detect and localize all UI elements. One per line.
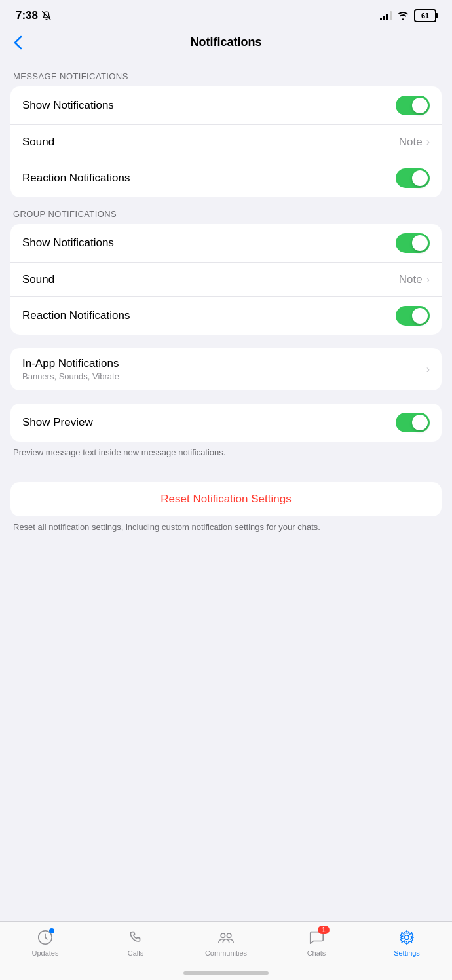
message-notifications-section: MESSAGE NOTIFICATIONS Show Notifications… bbox=[0, 60, 452, 197]
chevron-icon: › bbox=[426, 136, 430, 148]
toggle-thumb bbox=[412, 415, 428, 430]
show-preview-footer: Preview message text inside new message … bbox=[0, 442, 452, 469]
grp-sound-right: Note › bbox=[399, 273, 430, 286]
inapp-notifications-section: In-App Notifications Banners, Sounds, Vi… bbox=[0, 348, 452, 390]
nav-header: Notifications bbox=[0, 28, 452, 60]
battery-icon: 61 bbox=[414, 9, 436, 22]
grp-reaction-label: Reaction Notifications bbox=[22, 309, 130, 322]
updates-dot bbox=[49, 928, 54, 933]
msg-sound-row[interactable]: Sound Note › bbox=[10, 124, 442, 159]
toggle-thumb bbox=[412, 235, 428, 251]
toggle-thumb bbox=[412, 308, 428, 324]
status-icons: 61 bbox=[380, 9, 436, 22]
grp-reaction-toggle[interactable] bbox=[396, 306, 430, 326]
page-title: Notifications bbox=[190, 35, 261, 49]
inapp-row-content: In-App Notifications Banners, Sounds, Vi… bbox=[22, 357, 426, 381]
status-time: 7:38 bbox=[16, 9, 51, 22]
grp-show-notifications-label: Show Notifications bbox=[22, 236, 114, 250]
home-indicator bbox=[183, 971, 269, 975]
silent-icon bbox=[42, 11, 51, 20]
back-button[interactable] bbox=[13, 35, 22, 50]
msg-sound-right: Note › bbox=[399, 136, 430, 149]
reset-card: Reset Notification Settings bbox=[10, 482, 442, 516]
tab-updates[interactable]: Updates bbox=[0, 928, 90, 957]
reset-section: Reset Notification Settings Reset all no… bbox=[0, 482, 452, 544]
msg-reaction-toggle[interactable] bbox=[396, 168, 430, 188]
chevron-icon: › bbox=[426, 274, 430, 286]
tab-chats-icon: 1 bbox=[307, 928, 326, 947]
status-bar: 7:38 61 bbox=[0, 0, 452, 28]
group-notifications-label: GROUP NOTIFICATIONS bbox=[0, 197, 452, 224]
msg-sound-value: Note bbox=[399, 136, 423, 149]
group-notifications-section: GROUP NOTIFICATIONS Show Notifications S… bbox=[0, 197, 452, 335]
signal-icon bbox=[380, 11, 392, 20]
tab-communities-label: Communities bbox=[205, 949, 247, 957]
tab-settings[interactable]: Settings bbox=[362, 928, 452, 957]
message-notifications-label: MESSAGE NOTIFICATIONS bbox=[0, 60, 452, 86]
inapp-notifications-row[interactable]: In-App Notifications Banners, Sounds, Vi… bbox=[10, 348, 442, 390]
svg-point-3 bbox=[227, 933, 231, 938]
tab-updates-label: Updates bbox=[32, 949, 59, 957]
svg-point-2 bbox=[221, 933, 225, 938]
msg-sound-label: Sound bbox=[22, 136, 54, 149]
tab-calls-label: Calls bbox=[128, 949, 143, 957]
grp-sound-value: Note bbox=[399, 273, 423, 286]
grp-show-notifications-row[interactable]: Show Notifications bbox=[10, 224, 442, 262]
grp-show-notifications-toggle[interactable] bbox=[396, 233, 430, 253]
msg-show-notifications-row[interactable]: Show Notifications bbox=[10, 86, 442, 124]
grp-reaction-row[interactable]: Reaction Notifications bbox=[10, 296, 442, 335]
toggle-thumb bbox=[412, 170, 428, 186]
grp-sound-label: Sound bbox=[22, 273, 54, 286]
tab-updates-icon bbox=[36, 928, 54, 947]
reset-row[interactable]: Reset Notification Settings bbox=[10, 482, 442, 516]
inapp-notifications-card: In-App Notifications Banners, Sounds, Vi… bbox=[10, 348, 442, 390]
show-preview-row[interactable]: Show Preview bbox=[10, 404, 442, 442]
tab-calls-icon bbox=[126, 928, 145, 947]
show-preview-section: Show Preview Preview message text inside… bbox=[0, 404, 452, 469]
group-notifications-card: Show Notifications Sound Note › Reaction… bbox=[10, 224, 442, 335]
tab-calls[interactable]: Calls bbox=[90, 928, 181, 957]
msg-reaction-label: Reaction Notifications bbox=[22, 172, 130, 185]
wifi-icon bbox=[397, 11, 409, 20]
show-preview-label: Show Preview bbox=[22, 416, 93, 429]
tab-communities-icon bbox=[217, 928, 235, 947]
tab-chats-label: Chats bbox=[307, 949, 326, 957]
reset-label: Reset Notification Settings bbox=[22, 493, 430, 506]
tab-chats[interactable]: 1 Chats bbox=[271, 928, 362, 957]
show-preview-toggle[interactable] bbox=[396, 413, 430, 432]
svg-line-0 bbox=[43, 12, 51, 20]
tab-settings-label: Settings bbox=[394, 949, 420, 957]
tab-communities[interactable]: Communities bbox=[181, 928, 271, 957]
grp-sound-row[interactable]: Sound Note › bbox=[10, 262, 442, 296]
toggle-thumb bbox=[412, 98, 428, 113]
message-notifications-card: Show Notifications Sound Note › Reaction… bbox=[10, 86, 442, 197]
inapp-subtitle: Banners, Sounds, Vibrate bbox=[22, 371, 426, 381]
msg-show-notifications-label: Show Notifications bbox=[22, 99, 114, 112]
reset-footer: Reset all notification settings, includi… bbox=[0, 516, 452, 544]
msg-show-notifications-toggle[interactable] bbox=[396, 96, 430, 115]
show-preview-card: Show Preview bbox=[10, 404, 442, 442]
chats-badge: 1 bbox=[318, 926, 330, 934]
inapp-chevron-icon: › bbox=[426, 364, 430, 375]
tab-settings-icon bbox=[398, 928, 416, 947]
msg-reaction-row[interactable]: Reaction Notifications bbox=[10, 159, 442, 197]
inapp-title: In-App Notifications bbox=[22, 357, 426, 370]
svg-point-4 bbox=[405, 935, 409, 940]
